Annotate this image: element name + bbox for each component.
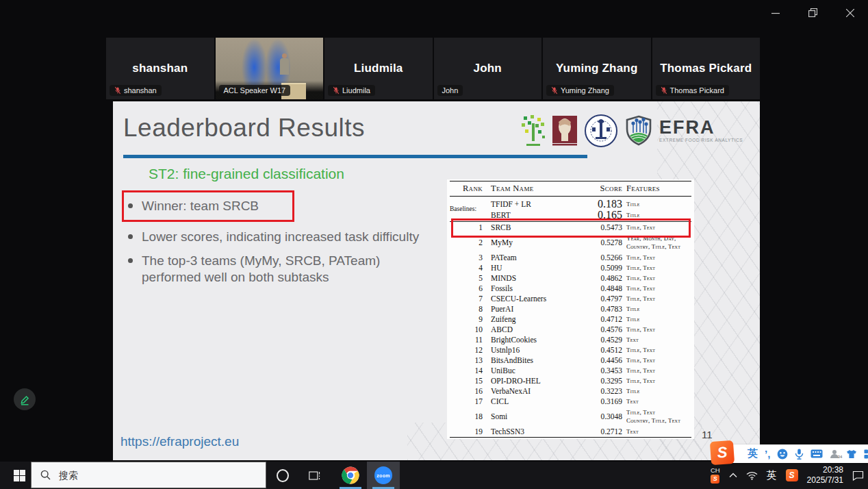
sogou-emoji-icon[interactable]	[777, 449, 788, 460]
pixel-tree-logo	[521, 115, 546, 147]
participant-tile[interactable]: JohnJohn	[434, 38, 542, 99]
close-icon[interactable]	[842, 7, 858, 18]
efra-shield-icon	[624, 115, 653, 147]
taskbar-clock[interactable]: 20:38 2025/7/31	[807, 465, 843, 486]
sogou-voice-icon[interactable]	[795, 449, 804, 460]
video-strip: shanshanshanshanACL Speaker W17LiudmilaL…	[106, 38, 760, 99]
title-underline	[123, 155, 587, 158]
annotation-pencil-button[interactable]	[14, 388, 36, 410]
baseline-rows: TFIDF + LR0.183TitleBERT0.165Title	[491, 198, 691, 220]
table-row: 14UniBuc0.3453Title, Text	[450, 365, 691, 375]
taskbar: zoom CH S 英 S 20:38 2025/7/31	[0, 462, 868, 489]
efra-name: EFRA	[659, 118, 743, 137]
ime-language-button[interactable]: 英	[767, 469, 777, 482]
table-row: 11BrightCookies0.4529Text	[450, 334, 691, 344]
muted-mic-icon	[114, 86, 121, 95]
participant-tile[interactable]: Yuming ZhangYuming Zhang	[543, 38, 651, 99]
table-header: Rank Team Name Score Features	[450, 181, 691, 197]
sogou-logo[interactable]: S	[710, 440, 735, 465]
muted-mic-icon	[333, 86, 340, 95]
system-tray: CH S 英 S 20:38 2025/7/31	[711, 462, 864, 489]
table-row: 6Fossils0.4848Title, Text	[450, 283, 691, 293]
column-header-features: Features	[626, 184, 691, 194]
table-row: 18Somi0.3048Title, Text Country, Title, …	[450, 406, 691, 426]
sogou-tray-icon: S	[711, 475, 719, 484]
table-row: 15OPI-DRO-HEL0.3295Title, Text	[450, 375, 691, 386]
action-center-icon[interactable]	[852, 471, 864, 481]
bullet-item: The top-3 teams (MyMy, SRCB, PATeam) per…	[122, 253, 423, 285]
table-row: 12Ustnlp160.4512Title, Text	[450, 344, 691, 355]
pencil-icon	[19, 394, 31, 405]
start-button[interactable]	[8, 462, 30, 489]
participant-name-label: Liudmila	[328, 85, 375, 96]
efra-logo: EFRA EXTREME FOOD RISK ANALYTICS	[659, 118, 743, 143]
zoom-taskbar-button[interactable]: zoom	[367, 462, 400, 489]
table-row: 4HU0.5099Title, Text	[450, 262, 691, 273]
sogou-account-icon[interactable]: 34	[830, 449, 839, 459]
sogou-english-mode[interactable]: 英	[748, 447, 758, 460]
cortana-button[interactable]	[272, 462, 293, 489]
taskbar-search[interactable]	[31, 462, 266, 488]
desktop: shanshanshanshanACL Speaker W17LiudmilaL…	[0, 0, 868, 489]
winner-row-highlight	[451, 218, 691, 238]
participant-name-label: Thomas Pickard	[656, 85, 729, 96]
sogou-ime-toolbar: S 英 ’, 34	[716, 444, 868, 463]
table-row: 5MINDS0.4862Title, Text	[450, 273, 691, 283]
participant-name-label: ACL Speaker W17	[219, 85, 291, 96]
bullet-text: The top-3 teams (MyMy, SRCB, PATeam) per…	[142, 253, 423, 285]
chrome-icon	[342, 466, 359, 484]
participant-name-label: shanshan	[110, 85, 162, 96]
bullet-text: Lower scores, indicating increased task …	[142, 229, 419, 245]
table-row: 13BitsAndBites0.4456Title, Text	[450, 355, 691, 365]
table-row: 16VerbaNexAI0.3223Title	[450, 386, 691, 396]
chrome-taskbar-button[interactable]	[337, 462, 364, 489]
hidden-icons-chevron[interactable]	[729, 473, 737, 478]
participant-tile[interactable]: LiudmilaLiudmila	[324, 38, 433, 99]
table-row: 10ABCD0.4576Title, Text	[450, 324, 691, 334]
sogou-skin-icon[interactable]	[846, 449, 857, 459]
windows-logo-icon	[14, 470, 25, 481]
sogou-toolbox-icon[interactable]	[864, 449, 868, 459]
muted-mic-icon	[551, 86, 558, 95]
sogou-keyboard-icon[interactable]	[810, 449, 823, 458]
sogou-tray-button[interactable]: S	[786, 469, 798, 481]
sogou-punctuation-mode[interactable]: ’,	[765, 448, 770, 460]
wifi-icon[interactable]	[746, 471, 758, 480]
tray-time: 20:38	[823, 465, 843, 475]
ime-mode-indicator[interactable]: CH S	[711, 467, 720, 484]
participant-tile[interactable]: shanshanshanshan	[106, 38, 214, 99]
bullet-dot	[128, 234, 133, 239]
table-row: 7CSECU-Learners0.4797Title, Text	[450, 293, 691, 303]
task-view-button[interactable]	[304, 462, 326, 489]
column-header-rank: Rank	[450, 184, 487, 194]
restore-icon[interactable]	[804, 7, 821, 18]
bullet-item: Winner: team SRCB	[122, 190, 294, 222]
roman-bust-logo	[552, 115, 578, 147]
table-row: 8PuerAI0.4783Title	[450, 303, 691, 314]
page-number: 11	[702, 429, 713, 440]
tray-date: 2025/7/31	[807, 475, 843, 486]
minimize-icon[interactable]	[767, 7, 784, 18]
column-header-score: Score	[584, 184, 622, 194]
slide-title: Leaderboard Results	[123, 114, 365, 142]
task-view-icon	[309, 471, 321, 481]
presentation-slide: Leaderboard Results	[113, 101, 760, 460]
cortana-icon	[277, 469, 289, 482]
participant-tile[interactable]: Thomas PickardThomas Pickard	[652, 38, 761, 99]
column-header-team: Team Name	[491, 184, 580, 194]
slide-subtitle: ST2: fine-grained classification	[149, 166, 344, 182]
participant-tile[interactable]: ACL Speaker W17	[216, 38, 324, 99]
speaker-silhouette	[280, 53, 289, 77]
slide-url: https://efraproject.eu	[120, 434, 239, 449]
table-row: 9Zuifeng0.4712Title	[450, 314, 691, 324]
zoom-app-icon: zoom	[374, 466, 392, 484]
muted-mic-icon	[661, 86, 667, 95]
bullet-item: Lower scores, indicating increased task …	[122, 229, 423, 245]
bullet-dot	[128, 203, 133, 208]
search-input[interactable]	[58, 469, 238, 481]
table-row: 3PATeam0.5266Title, Text	[450, 252, 691, 262]
bullet-dot	[128, 258, 133, 263]
baseline-row: TFIDF + LR0.183Title	[491, 198, 691, 209]
participant-name-label: Yuming Zhang	[546, 85, 614, 96]
table-row: 17CICL0.3169Text	[450, 396, 691, 406]
